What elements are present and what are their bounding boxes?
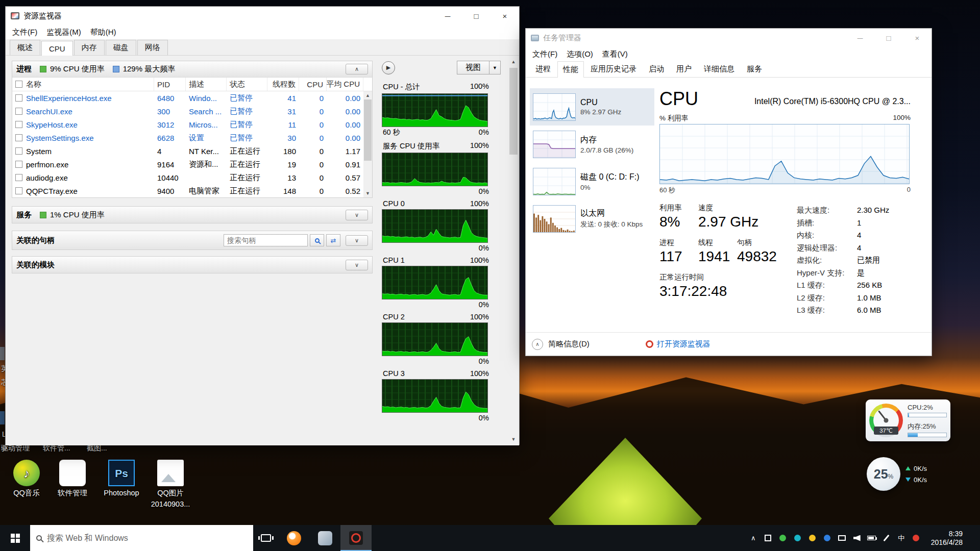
column-header-cpu[interactable]: CPU — [299, 78, 327, 91]
tab-startup[interactable]: 启动 — [643, 61, 670, 77]
scroll-thumb[interactable] — [509, 68, 518, 155]
pen-icon[interactable] — [881, 532, 892, 544]
resmon-titlebar[interactable]: 资源监视器 ─ □ × — [6, 7, 519, 25]
expand-services-button[interactable]: ∨ — [346, 210, 368, 220]
minimize-button[interactable]: ─ — [433, 7, 462, 25]
perf-item-memory[interactable]: 内存2.0/7.8 GB (26%) — [530, 126, 654, 163]
process-checkbox[interactable] — [15, 121, 22, 128]
process-checkbox[interactable] — [15, 187, 22, 194]
process-row[interactable]: QQPCTray.exe9400电脑管家正在运行14800.52 — [12, 184, 363, 197]
taskbar-clock[interactable]: 8:39 2016/4/28 — [926, 530, 968, 547]
taskmgr-titlebar[interactable]: 任务管理器 ─ □ × — [526, 29, 932, 47]
tab-disk[interactable]: 磁盘 — [106, 40, 136, 55]
process-checkbox[interactable] — [15, 134, 22, 141]
refresh-button[interactable]: ⇄ — [326, 234, 340, 246]
process-row[interactable]: SkypeHost.exe3012Micros...已暂停1100.00 — [12, 118, 363, 131]
column-header-name[interactable]: 名称 — [12, 78, 154, 91]
perf-item-ethernet[interactable]: 以太网发送: 0 接收: 0 Kbps — [530, 200, 654, 237]
edge-icon[interactable] — [0, 411, 5, 424]
temperature-widget[interactable]: 37℃ CPU:2% 内存:25% — [866, 399, 950, 441]
tab-performance[interactable]: 性能 — [557, 61, 584, 78]
process-checkbox[interactable] — [15, 108, 22, 115]
tab-network[interactable]: 网络 — [137, 40, 168, 55]
resmon-scrollbar[interactable]: ▲ ▼ — [509, 58, 518, 443]
task-view-button[interactable] — [253, 525, 278, 551]
network-speed-ball[interactable]: 25 % 0K/s 0K/s — [867, 457, 927, 491]
close-button[interactable]: × — [491, 7, 519, 25]
taskbar-app-browser[interactable] — [278, 525, 309, 551]
memory-percent-ball[interactable]: 25 % — [867, 457, 900, 491]
column-header-status[interactable]: 状态 — [227, 78, 267, 91]
menu-monitor[interactable]: 监视器(M) — [42, 28, 86, 37]
desktop-icon-photoshop[interactable]: PsPhotoshop — [100, 460, 143, 497]
tab-services[interactable]: 服务 — [741, 61, 768, 77]
process-row[interactable]: perfmon.exe9164资源和...正在运行1900.91 — [12, 158, 363, 171]
desktop-icon-qq-music[interactable]: ♪QQ音乐 — [5, 460, 48, 497]
scroll-thumb[interactable] — [364, 99, 372, 161]
process-checkbox[interactable] — [15, 174, 22, 181]
scroll-down-arrow[interactable]: ▼ — [363, 189, 372, 197]
column-header-avgcpu[interactable]: 平均 CPU — [327, 78, 363, 91]
collapse-processes-button[interactable]: ∧ — [346, 64, 368, 74]
start-button[interactable] — [0, 525, 30, 551]
fewer-details-button[interactable]: 简略信息(D) — [548, 339, 590, 349]
column-header-desc[interactable]: 描述 — [186, 78, 227, 91]
process-checkbox[interactable] — [15, 147, 22, 155]
scroll-up-arrow[interactable]: ▲ — [363, 91, 372, 99]
maximize-button[interactable]: □ — [462, 7, 491, 25]
menu-file[interactable]: 文件(F) — [8, 28, 42, 37]
menu-options[interactable]: 选项(O) — [562, 49, 598, 59]
tab-overview[interactable]: 概述 — [10, 40, 40, 55]
view-dropdown[interactable]: 视图 ▼ — [457, 61, 501, 74]
perf-item-cpu[interactable]: CPU8% 2.97 GHz — [530, 88, 654, 126]
minimize-button[interactable]: ─ — [846, 29, 874, 47]
handle-search-input[interactable] — [224, 234, 308, 246]
taskbar-search[interactable] — [30, 525, 253, 551]
services-header[interactable]: 服务 1% CPU 使用率 ∨ — [12, 207, 372, 223]
process-table-scrollbar[interactable]: ▲ ▼ — [363, 91, 372, 197]
menu-file[interactable]: 文件(F) — [528, 49, 562, 59]
red-dot-icon[interactable] — [911, 532, 921, 544]
search-button[interactable] — [310, 234, 324, 246]
yellow-dot-icon[interactable] — [807, 532, 818, 544]
battery-icon[interactable] — [867, 532, 877, 544]
tab-processes[interactable]: 进程 — [530, 61, 556, 77]
tab-app-history[interactable]: 应用历史记录 — [585, 61, 642, 77]
column-header-pid[interactable]: PID — [154, 78, 186, 91]
process-row[interactable]: audiodg.exe10440正在运行1300.57 — [12, 171, 363, 184]
ime-indicator[interactable]: 中 — [896, 532, 906, 544]
menu-view[interactable]: 查看(V) — [598, 49, 632, 59]
process-checkbox[interactable] — [15, 161, 22, 168]
process-row[interactable]: SystemSettings.exe6628设置已暂停3000.00 — [12, 131, 363, 144]
green-dot-icon[interactable] — [778, 532, 788, 544]
process-row[interactable]: SearchUI.exe300Search ...已暂停3100.00 — [12, 105, 363, 118]
process-row[interactable]: ShellExperienceHost.exe6480Windo...已暂停41… — [12, 91, 363, 105]
tab-memory[interactable]: 内存 — [74, 40, 105, 55]
tab-users[interactable]: 用户 — [671, 61, 697, 77]
blue-dot-icon[interactable] — [822, 532, 832, 544]
perf-item-disk0[interactable]: 磁盘 0 (C: D: F:)0% — [530, 163, 654, 200]
scroll-up-arrow[interactable]: ▲ — [509, 58, 518, 66]
edge-icon[interactable] — [0, 347, 5, 360]
teal-dot-icon[interactable] — [793, 532, 803, 544]
select-all-checkbox[interactable] — [15, 81, 22, 88]
processes-header[interactable]: 进程 9% CPU 使用率 129% 最大频率 ∧ — [12, 61, 372, 78]
expand-modules-button[interactable]: ∨ — [346, 260, 368, 270]
speaker-icon[interactable] — [852, 532, 862, 544]
taskbar-search-input[interactable] — [47, 534, 247, 543]
handles-header[interactable]: 关联的句柄 ⇄ ∨ — [12, 231, 372, 249]
window-icon[interactable] — [763, 532, 773, 544]
taskbar-app-resource-monitor[interactable] — [340, 525, 372, 551]
column-header-threads[interactable]: 线程数 — [267, 78, 299, 91]
taskbar-app-pc-manager[interactable] — [309, 525, 340, 551]
hidden-icons-chevron[interactable]: ∧ — [748, 532, 758, 544]
scroll-down-arrow[interactable]: ▼ — [509, 435, 518, 443]
menu-help[interactable]: 帮助(H) — [86, 28, 121, 37]
expand-handles-button[interactable]: ∨ — [346, 235, 368, 246]
desktop-icon-software-manager[interactable]: 软件管理 — [51, 460, 94, 497]
modules-header[interactable]: 关联的模块 ∨ — [12, 257, 372, 273]
maximize-button[interactable]: □ — [874, 29, 903, 47]
process-row[interactable]: System4NT Ker...正在运行18001.17 — [12, 144, 363, 158]
tab-details[interactable]: 详细信息 — [698, 61, 740, 77]
close-button[interactable]: × — [903, 29, 932, 47]
